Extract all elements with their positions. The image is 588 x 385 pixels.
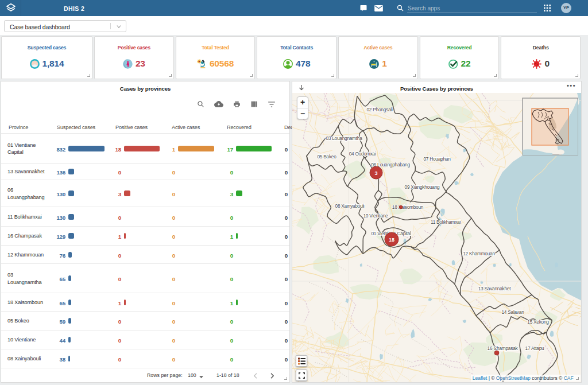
svg-text:15 Xekong: 15 Xekong	[527, 319, 549, 325]
svg-text:09 Xiangkhouang: 09 Xiangkhouang	[405, 184, 440, 190]
svg-text:04 Oudomxai: 04 Oudomxai	[349, 151, 376, 157]
svg-text:12 Khammouan: 12 Khammouan	[463, 251, 495, 256]
svg-text:16 Champasak: 16 Champasak	[488, 345, 519, 351]
svg-text:02 Phongsali: 02 Phongsali	[367, 107, 393, 112]
svg-text:3: 3	[374, 170, 377, 176]
svg-text:13 Savannakhet: 13 Savannakhet	[478, 286, 511, 291]
svg-text:08 Xainyabouli: 08 Xainyabouli	[335, 203, 365, 209]
svg-text:07 Houaphan: 07 Houaphan	[423, 156, 451, 162]
svg-text:18 Xaisomboun: 18 Xaisomboun	[392, 204, 424, 210]
svg-text:17 Attapu: 17 Attapu	[525, 345, 544, 351]
svg-text:05 Bokeo: 05 Bokeo	[317, 154, 336, 160]
svg-text:14 Salavan: 14 Salavan	[501, 309, 524, 315]
svg-text:11 Bolikhamxai: 11 Bolikhamxai	[431, 219, 461, 225]
svg-text:10 Vientiane: 10 Vientiane	[363, 213, 389, 219]
svg-text:03 Louangnamtha: 03 Louangnamtha	[326, 135, 362, 141]
svg-text:18: 18	[389, 237, 394, 243]
